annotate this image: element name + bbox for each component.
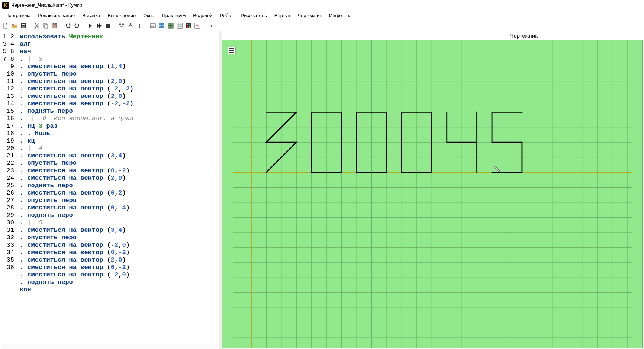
menu-windows[interactable]: Окна [139,12,158,19]
window-title: Чертежник_Числа.kum* - Кумир [11,2,82,8]
app-icon-letter: К [4,2,7,8]
svg-rect-10 [106,24,110,28]
redo-icon[interactable] [73,22,81,30]
svg-point-11 [119,23,121,25]
menu-robot[interactable]: Робот [216,12,237,19]
svg-point-13 [130,23,131,25]
app-window: К Чертежник_Числа.kum* - Кумир Программа… [0,0,644,349]
menu-practicum[interactable]: Практикум [158,12,189,19]
svg-text:10: 10 [151,24,155,28]
svg-rect-28 [187,24,188,25]
main-area: 1 2 3 4 5 6 7 8 9 10 11 12 13 14 15 16 1… [0,31,644,349]
line-gutter: 1 2 3 4 5 6 7 8 9 10 11 12 13 14 15 16 1… [1,32,17,343]
save-file-icon[interactable] [19,22,28,30]
canvas-panel: Чертежник [222,31,644,349]
svg-rect-97 [495,167,500,172]
copy-icon[interactable] [42,22,50,30]
menu-vodoley[interactable]: Водолей [189,12,216,19]
run-fast-icon[interactable] [95,22,103,30]
svg-rect-2 [22,24,25,25]
app-icon: К [2,2,9,9]
actor-turtle-icon[interactable] [184,22,193,30]
svg-rect-22 [177,23,182,28]
menubar: Программа Редактирование Вставка Выполне… [0,10,644,20]
svg-rect-29 [189,24,190,25]
step-over-icon[interactable] [126,22,135,30]
editor-panel: 1 2 3 4 5 6 7 8 9 10 11 12 13 14 15 16 1… [0,31,219,349]
toolbar: 10 » [0,20,644,31]
menu-drawer[interactable]: Рисователь [237,12,270,19]
open-file-icon[interactable] [10,22,19,30]
menu-program[interactable]: Программа [1,12,34,19]
actor-robot-icon[interactable] [167,22,175,30]
run-icon[interactable] [86,22,94,30]
svg-rect-32 [195,23,200,28]
menu-run[interactable]: Выполнение [104,12,139,19]
svg-rect-31 [189,26,190,28]
menu-chertezhnik[interactable]: Чертежник [294,12,325,19]
toolbar-more[interactable]: » [207,22,215,30]
canvas-title: Чертежник [222,31,644,40]
actor-water-icon[interactable] [158,22,166,30]
actor-draftsman-icon[interactable] [193,22,202,30]
svg-rect-3 [22,26,25,28]
titlebar: К Чертежник_Числа.kum* - Кумир [0,0,644,10]
svg-rect-30 [187,26,188,28]
actor-painter-icon[interactable] [176,22,184,30]
code-area[interactable]: использовать Чертежникалгнач. | 3. смест… [17,32,218,343]
paste-icon[interactable] [51,22,59,30]
menu-edit[interactable]: Редактирование [34,12,78,19]
status-area [1,344,218,349]
svg-rect-7 [45,25,48,28]
step-out-icon[interactable] [135,22,144,30]
step-into-icon[interactable] [117,22,126,30]
code-editor[interactable]: 1 2 3 4 5 6 7 8 9 10 11 12 13 14 15 16 1… [1,32,218,343]
svg-point-14 [139,26,140,28]
menu-vertun[interactable]: Вертун [271,12,294,19]
canvas-svg [222,40,643,348]
menu-insert[interactable]: Вставка [78,12,104,19]
stop-icon[interactable] [104,22,112,30]
drawing-canvas[interactable] [222,40,643,348]
svg-rect-9 [54,23,56,24]
canvas-menu-icon[interactable] [228,47,236,54]
cut-icon[interactable] [33,22,41,30]
undo-icon[interactable] [64,22,72,30]
menu-info[interactable]: Инфо [325,12,345,19]
actor-counter-icon[interactable]: 10 [149,22,157,30]
menu-more[interactable]: » [345,12,352,19]
new-file-icon[interactable] [1,22,10,30]
svg-point-12 [122,23,124,25]
